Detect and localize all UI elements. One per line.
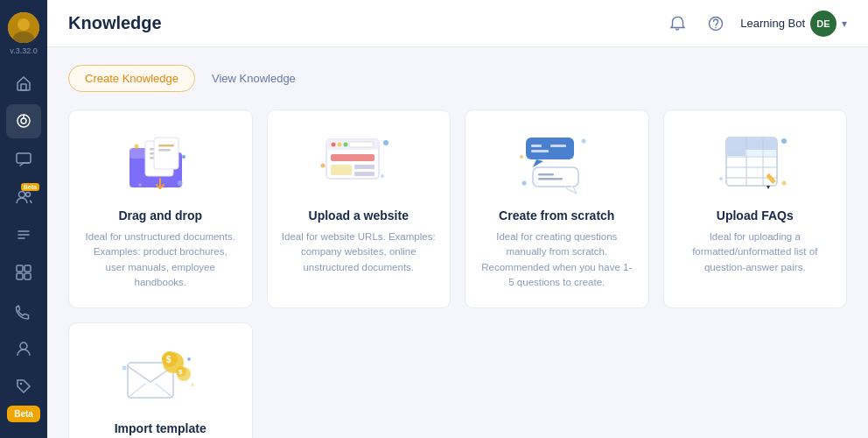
svg-rect-47 — [526, 138, 574, 159]
drag-drop-illustration — [116, 128, 204, 198]
svg-point-31 — [182, 155, 186, 159]
svg-rect-15 — [17, 273, 23, 279]
svg-point-70 — [719, 177, 723, 180]
svg-rect-43 — [354, 172, 374, 176]
svg-rect-51 — [533, 167, 578, 187]
svg-point-54 — [582, 138, 586, 143]
svg-rect-66 — [747, 150, 762, 156]
svg-rect-48 — [531, 145, 542, 147]
user-name: Learning Bot — [740, 17, 805, 30]
sidebar-item-team[interactable] — [6, 331, 41, 365]
avatar[interactable] — [8, 12, 39, 43]
svg-rect-40 — [331, 154, 374, 161]
sidebar-item-chat[interactable] — [6, 142, 41, 176]
svg-point-81 — [122, 365, 127, 370]
card-upload-website[interactable]: Upload a website Ideal for website URLs.… — [267, 110, 452, 308]
svg-point-82 — [187, 357, 191, 361]
card-create-scratch-title: Create from scratch — [499, 208, 614, 223]
tab-create-knowledge[interactable]: Create Knowledge — [68, 65, 195, 92]
sidebar-item-list[interactable] — [6, 218, 41, 252]
svg-rect-59 — [726, 146, 777, 150]
sidebar-beta-label: Beta — [7, 406, 40, 422]
svg-point-37 — [337, 142, 341, 146]
cards-row-1: Drag and drop Ideal for unstructured doc… — [68, 110, 847, 308]
svg-point-46 — [381, 174, 384, 178]
topbar: Knowledge Learning Bot DE — [47, 0, 868, 47]
sidebar-item-integrations[interactable] — [6, 256, 41, 290]
sidebar: v.3.32.0 Beta — [0, 0, 47, 438]
svg-text:$: $ — [166, 355, 172, 364]
card-upload-website-title: Upload a website — [309, 208, 409, 223]
card-drag-drop-title: Drag and drop — [118, 208, 202, 223]
svg-rect-27 — [154, 138, 178, 169]
card-upload-website-desc: Ideal for website URLs. Examples: compan… — [282, 230, 437, 275]
tabs: Create Knowledge View Knowledge — [68, 65, 847, 92]
svg-point-69 — [781, 138, 787, 144]
user-menu[interactable]: Learning Bot DE ▾ — [740, 11, 847, 37]
svg-point-17 — [20, 343, 27, 350]
svg-point-5 — [21, 118, 26, 124]
svg-rect-53 — [538, 178, 563, 180]
svg-rect-65 — [727, 150, 746, 156]
cards-row-2: $ $ Import template Import knowledge fro… — [68, 322, 847, 438]
sidebar-item-tags[interactable] — [6, 370, 41, 404]
svg-point-1 — [18, 18, 30, 31]
svg-point-38 — [343, 142, 347, 146]
sidebar-item-home[interactable] — [6, 66, 41, 100]
svg-point-32 — [178, 180, 183, 186]
svg-rect-49 — [531, 150, 549, 152]
svg-rect-50 — [550, 145, 566, 147]
help-icon[interactable] — [702, 10, 730, 38]
content-area: Create Knowledge View Knowledge — [47, 47, 868, 438]
svg-rect-29 — [158, 149, 171, 152]
page-title: Knowledge — [68, 13, 162, 33]
svg-point-9 — [26, 192, 31, 196]
svg-point-56 — [522, 180, 527, 185]
svg-point-36 — [331, 142, 335, 146]
svg-rect-39 — [349, 142, 374, 147]
card-upload-faqs-desc: Ideal for uploading a formatted/unformat… — [678, 230, 833, 275]
card-drag-drop-desc: Ideal for unstructured documents. Exampl… — [83, 230, 238, 290]
svg-point-71 — [781, 180, 786, 185]
svg-point-30 — [135, 144, 139, 148]
main-area: Knowledge Learning Bot DE — [47, 0, 868, 438]
sidebar-item-calls[interactable] — [6, 293, 41, 328]
svg-rect-67 — [764, 150, 776, 156]
card-create-scratch-desc: Ideal for creating questions manually fr… — [480, 230, 634, 290]
import-template-illustration: $ $ — [116, 341, 204, 411]
card-drag-drop[interactable]: Drag and drop Ideal for unstructured doc… — [68, 110, 253, 308]
card-upload-faqs-title: Upload FAQs — [717, 208, 794, 223]
svg-rect-41 — [331, 165, 352, 175]
user-avatar: DE — [810, 11, 836, 37]
version-label: v.3.32.0 — [10, 46, 37, 55]
sidebar-bottom: Beta — [7, 406, 40, 429]
upload-website-illustration — [315, 128, 402, 198]
svg-point-55 — [520, 155, 523, 159]
sidebar-item-knowledge[interactable] — [6, 104, 41, 138]
svg-rect-42 — [354, 165, 374, 169]
user-initials: DE — [816, 18, 830, 29]
svg-point-45 — [320, 163, 325, 167]
card-create-scratch[interactable]: Create from scratch Ideal for creating q… — [465, 110, 649, 308]
svg-point-20 — [715, 26, 717, 28]
svg-rect-28 — [158, 145, 174, 147]
svg-rect-52 — [538, 173, 554, 176]
svg-point-44 — [383, 140, 388, 145]
tab-view-knowledge[interactable]: View Knowledge — [195, 65, 312, 92]
card-upload-faqs[interactable]: Upload FAQs Ideal for uploading a format… — [663, 110, 848, 308]
notifications-icon[interactable] — [663, 10, 691, 38]
svg-rect-16 — [24, 273, 31, 279]
svg-rect-3 — [21, 84, 26, 90]
upload-faqs-illustration — [711, 128, 799, 198]
beta-badge: Beta — [21, 183, 39, 191]
sidebar-item-users[interactable]: Beta — [6, 180, 41, 214]
create-scratch-illustration — [513, 128, 600, 198]
user-menu-chevron-icon: ▾ — [842, 18, 847, 30]
svg-rect-13 — [17, 265, 23, 272]
svg-text:$: $ — [178, 368, 183, 376]
svg-point-8 — [19, 191, 25, 197]
card-import-template[interactable]: $ $ Import template Import knowledge fro… — [68, 322, 253, 438]
svg-rect-7 — [17, 153, 31, 163]
card-import-template-title: Import template — [115, 421, 206, 435]
topbar-right: Learning Bot DE ▾ — [663, 10, 847, 38]
